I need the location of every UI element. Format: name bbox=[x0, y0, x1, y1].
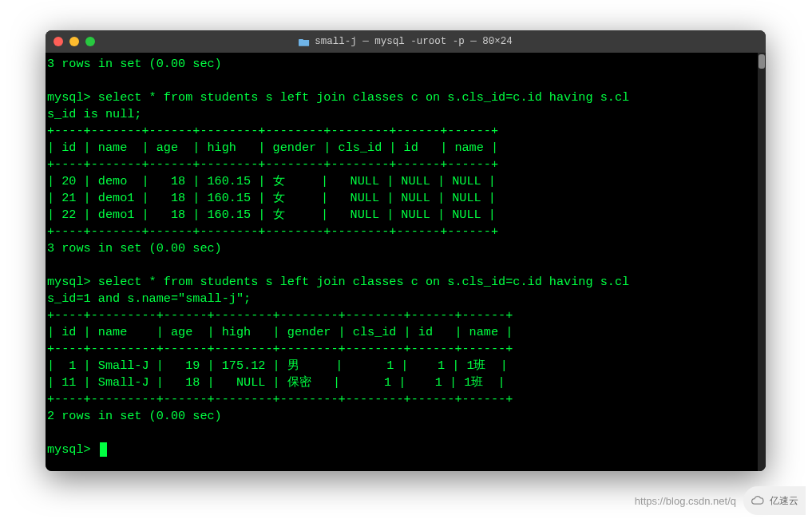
cloud-icon bbox=[751, 495, 766, 506]
minimize-icon[interactable] bbox=[69, 37, 79, 46]
terminal-prompt[interactable]: mysql> bbox=[47, 442, 98, 457]
terminal-line: +----+-------+------+--------+--------+-… bbox=[47, 157, 498, 172]
watermark-text: https://blog.csdn.net/q bbox=[635, 495, 736, 507]
terminal-body[interactable]: 3 rows in set (0.00 sec) mysql> select *… bbox=[46, 53, 766, 471]
close-icon[interactable] bbox=[53, 37, 63, 46]
terminal-window: small-j — mysql -uroot -p — 80×24 3 rows… bbox=[46, 30, 766, 471]
terminal-line: mysql> select * from students s left joi… bbox=[47, 90, 629, 105]
terminal-line: | 11 | Small-J | 18 | NULL | 保密 | 1 | 1 … bbox=[47, 375, 505, 390]
maximize-icon[interactable] bbox=[85, 37, 95, 46]
terminal-line: | id | name | age | high | gender | cls_… bbox=[47, 141, 498, 155]
scrollbar-track[interactable] bbox=[758, 53, 766, 471]
terminal-line: | 1 | Small-J | 19 | 175.12 | 男 | 1 | 1 … bbox=[47, 359, 508, 373]
window-titlebar[interactable]: small-j — mysql -uroot -p — 80×24 bbox=[46, 30, 766, 53]
logo-badge: 亿速云 bbox=[743, 486, 806, 515]
terminal-line: +----+---------+------+--------+--------… bbox=[47, 342, 513, 356]
window-title: small-j — mysql -uroot -p — 80×24 bbox=[46, 36, 766, 47]
logo-text: 亿速云 bbox=[770, 494, 798, 508]
traffic-lights bbox=[53, 37, 95, 46]
terminal-line: +----+-------+------+--------+--------+-… bbox=[47, 124, 498, 138]
terminal-line: 2 rows in set (0.00 sec) bbox=[47, 409, 222, 423]
folder-icon bbox=[299, 38, 310, 46]
terminal-line: | 20 | demo | 18 | 160.15 | 女 | NULL | N… bbox=[47, 174, 496, 188]
scrollbar-thumb[interactable] bbox=[759, 54, 765, 69]
terminal-line: | 22 | demo1 | 18 | 160.15 | 女 | NULL | … bbox=[47, 208, 496, 222]
terminal-output: 3 rows in set (0.00 sec) mysql> select *… bbox=[47, 56, 764, 458]
terminal-line: s_id is null; bbox=[47, 107, 141, 121]
window-title-text: small-j — mysql -uroot -p — 80×24 bbox=[315, 36, 513, 47]
cursor-icon bbox=[100, 442, 107, 457]
terminal-line: +----+---------+------+--------+--------… bbox=[47, 308, 513, 323]
terminal-line: | 21 | demo1 | 18 | 160.15 | 女 | NULL | … bbox=[47, 191, 496, 205]
terminal-line: | id | name | age | high | gender | cls_… bbox=[47, 325, 513, 339]
terminal-line: 3 rows in set (0.00 sec) bbox=[47, 57, 222, 71]
terminal-line: s_id=1 and s.name="small-j"; bbox=[47, 291, 251, 306]
terminal-line: 3 rows in set (0.00 sec) bbox=[47, 241, 222, 256]
terminal-line: +----+-------+------+--------+--------+-… bbox=[47, 224, 498, 239]
terminal-line: mysql> select * from students s left joi… bbox=[47, 275, 629, 289]
terminal-line: +----+---------+------+--------+--------… bbox=[47, 392, 513, 406]
